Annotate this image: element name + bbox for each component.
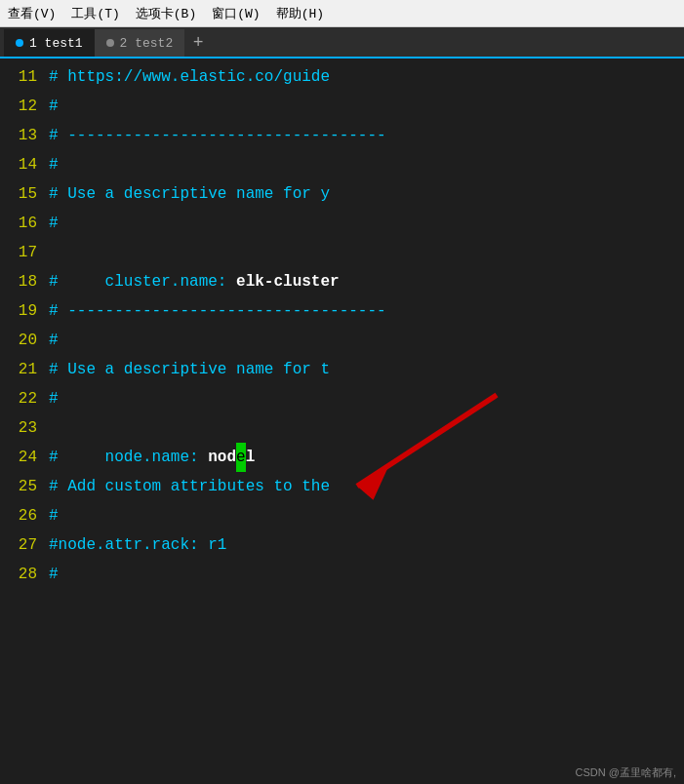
line-23-key: node.name: xyxy=(105,449,199,466)
line-content-25: # Add custom attributes to the xyxy=(49,472,330,501)
code-line-12: 12 # xyxy=(0,92,684,121)
line-num-25: 25 xyxy=(0,472,49,501)
line-num-13: 13 xyxy=(0,121,49,150)
line-23-cursor: e xyxy=(236,443,246,472)
tab-test2-label: 2 test2 xyxy=(120,36,174,51)
tab-test1[interactable]: 1 test1 xyxy=(4,29,95,57)
line-content-19: # ---------------------------------- xyxy=(49,296,386,326)
code-line-13: 13 # ---------------------------------- xyxy=(0,121,684,150)
line-content-27: #node.attr.rack: r1 xyxy=(49,530,226,560)
line-num-28: 28 xyxy=(0,560,49,589)
line-num-19: 19 xyxy=(0,296,49,326)
line-content-22: # xyxy=(49,384,59,413)
code-line-25: 25 # Add custom attributes to the xyxy=(0,472,684,501)
line-content-14: # xyxy=(49,150,59,179)
line-num-14: 14 xyxy=(0,150,49,179)
menu-help[interactable]: 帮助(H) xyxy=(276,5,324,22)
tab-test1-label: 1 test1 xyxy=(29,36,83,51)
code-line-27: 27 #node.attr.rack: r1 xyxy=(0,530,684,560)
watermark: CSDN @孟里啥都有, xyxy=(576,765,676,780)
line-23-value-after: l xyxy=(246,449,256,466)
code-line-19: 19 # ---------------------------------- xyxy=(0,296,684,326)
code-area: 11 # https://www.elastic.co/guide 12 # 1… xyxy=(0,59,684,593)
code-line-16: 16 # xyxy=(0,209,684,238)
menu-tabs[interactable]: 选项卡(B) xyxy=(136,5,196,22)
tab-dot-active xyxy=(16,39,23,47)
line-num-27: 27 xyxy=(0,530,49,560)
menu-view[interactable]: 查看(V) xyxy=(8,5,56,22)
line-num-22: 22 xyxy=(0,384,49,413)
menu-window[interactable]: 窗口(W) xyxy=(212,5,260,22)
line-num-15: 15 xyxy=(0,179,49,209)
code-line-15: 15 # Use a descriptive name for y xyxy=(0,179,684,209)
line-num-23: 23 xyxy=(0,413,49,443)
code-line-28: 28 # xyxy=(0,560,684,589)
line-content-24: # xyxy=(49,443,59,472)
line-num-26: 26 xyxy=(0,501,49,530)
line-num-17: 17 xyxy=(0,238,49,267)
line-content-26: # xyxy=(49,501,59,530)
line-num-21: 21 xyxy=(0,355,49,384)
line-content-21: # Use a descriptive name for t xyxy=(49,355,330,384)
code-line-11: 11 # https://www.elastic.co/guide xyxy=(0,62,684,92)
line-content-11: # https://www.elastic.co/guide xyxy=(49,62,330,92)
line-17-value: elk-cluster xyxy=(226,273,339,291)
menu-tools[interactable]: 工具(T) xyxy=(71,5,119,22)
code-line-23: 23 node.name: nodel xyxy=(0,413,684,443)
line-num-12: 12 xyxy=(0,92,49,121)
code-line-26: 26 # xyxy=(0,501,684,530)
line-content-28: # xyxy=(49,560,59,589)
line-content-15: # Use a descriptive name for y xyxy=(49,179,330,209)
tab-test2[interactable]: 2 test2 xyxy=(95,29,185,57)
tab-dot-inactive xyxy=(106,39,114,47)
code-line-20: 20 # xyxy=(0,326,684,355)
code-line-14: 14 # xyxy=(0,150,684,179)
line-content-20: # xyxy=(49,326,59,355)
line-content-12: # xyxy=(49,92,59,121)
line-num-24: 24 xyxy=(0,443,49,472)
tabbar: 1 test1 2 test2 + xyxy=(0,27,684,59)
code-line-22: 22 # xyxy=(0,384,684,413)
line-content-16: # xyxy=(49,209,59,238)
line-23-value: nod xyxy=(199,449,236,466)
menubar: 查看(V) 工具(T) 选项卡(B) 窗口(W) 帮助(H) xyxy=(0,0,684,27)
line-content-18: # xyxy=(49,267,59,296)
code-line-21: 21 # Use a descriptive name for t xyxy=(0,355,684,384)
line-17-key: cluster.name: xyxy=(105,273,227,291)
line-num-16: 16 xyxy=(0,209,49,238)
line-content-13: # ---------------------------------- xyxy=(49,121,386,150)
line-num-11: 11 xyxy=(0,62,49,92)
code-line-17: 17 cluster.name: elk-cluster xyxy=(0,238,684,267)
tab-add-button[interactable]: + xyxy=(184,29,212,57)
line-num-20: 20 xyxy=(0,326,49,355)
line-num-18: 18 xyxy=(0,267,49,296)
